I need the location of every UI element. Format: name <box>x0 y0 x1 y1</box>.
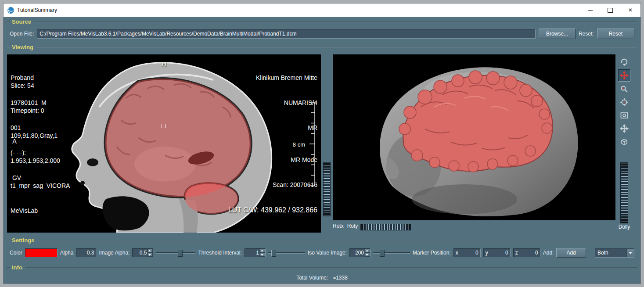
render-viewer-3d[interactable] <box>333 54 615 220</box>
app-icon <box>7 7 14 14</box>
image-alpha-spinbox[interactable]: 0.5 <box>132 248 153 257</box>
orbit-icon <box>620 57 629 66</box>
cube-button[interactable] <box>619 136 630 147</box>
slice-status-overlay: Slice: 54 Timepoint: 0 109,91,80,Gray,1 … <box>11 65 70 232</box>
iso-value-label: Iso Value Image: <box>308 250 347 256</box>
slider-handle[interactable] <box>178 250 183 257</box>
add-label: Add: <box>543 250 554 256</box>
open-file-label: Open File: <box>10 31 34 37</box>
marker-position-label: Marker Position: <box>413 250 451 256</box>
viewing-group: Viewing <box>6 43 638 236</box>
iso-value-spinbox[interactable]: 200 <box>349 248 371 257</box>
head-3d-render <box>333 54 615 220</box>
viewer-toolbar <box>618 56 630 147</box>
source-group: Source Open File: C:/Program Files/MeVis… <box>6 18 638 43</box>
rotation-thumbwheel[interactable] <box>360 224 411 230</box>
marker-z-field[interactable]: z0 <box>513 248 540 257</box>
orientation-h-label: H <box>162 60 166 68</box>
color-swatch[interactable] <box>25 248 58 257</box>
threshold-label: Threshold Interval: <box>198 250 241 256</box>
scan-mode-overlay: MR Mode Scan: 20070616 LUT C/W: 439.962 … <box>228 139 317 231</box>
threshold-spinbox[interactable]: 1 <box>245 248 266 257</box>
lut-overlay: LUT C/W: 439.962 / 932.866 <box>228 206 317 214</box>
open-file-input[interactable]: C:/Program Files/MeVisLab3.6.1/Packages/… <box>37 29 536 39</box>
info-group-title: Info <box>12 264 22 271</box>
window-title: TutorialSummary <box>17 7 57 13</box>
add-button[interactable]: Add <box>556 248 586 258</box>
marker-x-field[interactable]: x0 <box>453 248 481 257</box>
slider-handle[interactable] <box>271 250 276 257</box>
dolly-label: Dolly <box>615 224 633 230</box>
view-all-icon <box>620 111 629 120</box>
close-button[interactable]: ✕ <box>620 4 640 17</box>
settings-group: Settings Color Alpha 0.3 Image Alpha: 0.… <box>6 237 638 263</box>
zoom-button[interactable] <box>619 83 630 95</box>
info-group: Info Total Volume: ≈1338 <box>6 264 638 283</box>
color-label: Color <box>10 250 22 256</box>
minimize-button[interactable] <box>580 4 600 17</box>
app-window: TutorialSummary ✕ Source Open File: C:/P… <box>3 3 641 284</box>
minimize-icon <box>588 10 593 11</box>
spin-up-icon[interactable] <box>365 249 370 253</box>
pan-button[interactable] <box>618 69 630 82</box>
maximize-icon <box>608 8 613 13</box>
spin-down-icon[interactable] <box>365 253 370 257</box>
view-all-button[interactable] <box>619 110 630 121</box>
roty-label: Roty <box>347 223 358 229</box>
total-volume-label: Total Volume: <box>296 275 328 281</box>
total-volume-row: Total Volume: ≈1338 <box>6 271 638 281</box>
alpha-field[interactable]: 0.3 <box>76 248 96 257</box>
spin-up-icon[interactable] <box>148 249 153 253</box>
slice-thumbwheel[interactable] <box>323 162 331 216</box>
maximize-button[interactable] <box>600 4 620 17</box>
marker-y-field[interactable]: y0 <box>483 248 511 257</box>
spin-down-icon[interactable] <box>260 253 265 257</box>
source-group-title: Source <box>12 18 31 25</box>
viewing-group-title: Viewing <box>12 44 33 50</box>
translate-icon <box>620 124 629 133</box>
close-icon: ✕ <box>628 7 633 13</box>
cube-icon <box>620 137 629 146</box>
pan-icon <box>620 71 629 80</box>
zoom-icon <box>620 85 629 93</box>
rotation-wheel-labels: Rotx Roty <box>333 223 358 229</box>
mode-select[interactable]: Both <box>595 248 634 258</box>
slice-viewer-2d[interactable]: Proband 19780101 M 001 (- - -): GV A H K… <box>7 54 321 233</box>
rotx-label: Rotx <box>333 223 344 229</box>
image-alpha-label: Image Alpha: <box>99 250 130 256</box>
settings-group-title: Settings <box>12 237 34 244</box>
browse-button[interactable]: Browse... <box>539 29 576 39</box>
chevron-down-icon[interactable] <box>626 249 634 257</box>
dolly-thumbwheel[interactable] <box>620 162 628 223</box>
alpha-label: Alpha <box>60 250 74 256</box>
iso-value-slider[interactable] <box>373 249 410 256</box>
translate-button[interactable] <box>619 123 630 134</box>
spin-down-icon[interactable] <box>148 253 153 257</box>
total-volume-value: ≈1338 <box>333 275 348 281</box>
image-alpha-slider[interactable] <box>156 249 195 256</box>
reset-label: Reset: <box>579 31 594 37</box>
titlebar: TutorialSummary ✕ <box>4 4 640 17</box>
reset-button[interactable]: Reset <box>597 29 634 39</box>
slider-handle[interactable] <box>380 250 385 257</box>
slice-cursor-marker <box>162 124 166 128</box>
orbit-button[interactable] <box>619 56 630 68</box>
seek-icon <box>620 98 629 107</box>
threshold-slider[interactable] <box>268 249 305 256</box>
seek-button[interactable] <box>619 97 630 108</box>
spin-up-icon[interactable] <box>260 249 265 253</box>
